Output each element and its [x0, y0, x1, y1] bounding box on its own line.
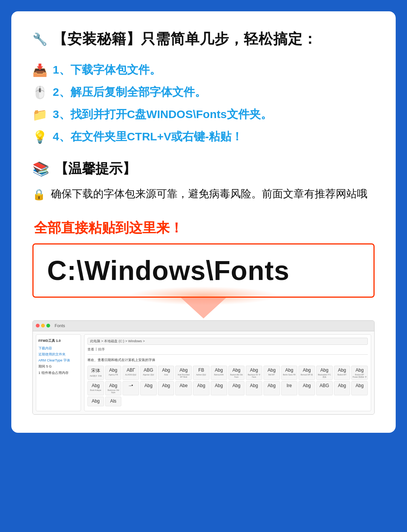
font-cell-2[interactable]: ΑΒΓALASKA 您好	[122, 366, 139, 380]
paste-section: 全部直接粘贴到这里来！ C:\Windows\Fonts	[32, 219, 375, 298]
nav-path: 此电脑 > 本地磁盘 (C:) > Windows >	[90, 339, 145, 344]
font-cell-8[interactable]: AbgBaskerville Old Face	[228, 366, 245, 380]
lock-icon: 🔒	[32, 186, 46, 204]
tips-body: 🔒 确保下载的字体包来源可靠，避免病毒风险。前面文章有推荐网站哦	[32, 185, 375, 204]
main-card: 🔧 【安装秘籍】只需简单几步，轻松搞定： 📥 1、下载字体包文件。 🖱️ 2、解…	[11, 11, 396, 433]
screenshot-nav: 此电脑 > 本地磁盘 (C:) > Windows >	[87, 338, 368, 345]
font-cell-32[interactable]: Abg	[87, 397, 104, 406]
font-cell-15[interactable]: AbgBodoni MT Poster 黑楷体 字	[351, 366, 368, 380]
path-box-wrapper: C:\Windows\Fonts	[32, 243, 375, 298]
sidebar-line2[interactable]: 下载内容	[38, 345, 78, 351]
screenshot-titlebar: Fonts	[33, 321, 374, 331]
tips-header: 📚 【温馨提示】	[32, 160, 375, 178]
font-cell-1[interactable]: AbgAgency FB	[105, 366, 122, 380]
tips-text: 确保下载的字体包来源可靠，避免病毒风险。前面文章有推荐网站哦	[51, 185, 367, 203]
wrench-icon: 🔧	[32, 32, 47, 46]
font-cell-7[interactable]: AbgBahnschrift	[211, 366, 227, 380]
step-1: 📥 1、下载字体包文件。	[32, 62, 375, 78]
toolbar-sort[interactable]: 排序	[98, 347, 105, 352]
tips-section: 📚 【温馨提示】 🔒 确保下载的字体包来源可靠，避免病毒风险。前面文章有推荐网站…	[32, 160, 375, 204]
font-cell-3[interactable]: ABGAlgerian 您好	[140, 366, 157, 380]
step-4: 💡 4、在文件夹里CTRL+V或右键-粘贴！	[32, 129, 375, 145]
screenshot-title: Fonts	[55, 323, 65, 328]
toolbar-sep: |	[96, 347, 96, 352]
step3-text: 3、找到并打开C盘WINDOS\Fonts文件夹。	[53, 107, 272, 122]
font-cell-26[interactable]: Abg	[263, 381, 280, 395]
font-cell-31[interactable]: Abg	[351, 381, 368, 395]
screenshot-toolbar: 查看 | 排序	[87, 347, 368, 355]
font-cell-24[interactable]: Abg	[228, 381, 245, 395]
font-cell-21[interactable]: Abe	[175, 381, 192, 395]
step4-icon: 💡	[32, 130, 47, 144]
font-cell-28[interactable]: Abg	[298, 381, 315, 395]
step1-text: 1、下载字体包文件。	[53, 62, 161, 78]
screenshot-body: FFWD工具 1.0 下载内容 近期使用的文件夹 ARM ClearType 字…	[33, 331, 374, 414]
steps-list: 📥 1、下载字体包文件。 🖱️ 2、解压后复制全部字体文件。 📁 3、找到并打开…	[32, 62, 375, 145]
font-cell-27[interactable]: Ire	[281, 381, 298, 395]
font-cell-23[interactable]: Abg	[211, 381, 227, 395]
step2-text: 2、解压后复制全部字体文件。	[53, 85, 206, 100]
page-title: 【安装秘籍】只需简单几步，轻松搞定：	[53, 29, 317, 49]
path-text: C:\Windows\Fonts	[47, 255, 289, 286]
fonts-grid: 宋体AaG图片 宋体AbgAgency FBΑΒΓALASKA 您好ABGAlg…	[87, 366, 368, 406]
font-cell-9[interactable]: AbgBauhaus 93 字 Face	[246, 366, 262, 380]
font-cell-14[interactable]: AbgBodoni MT	[334, 366, 350, 380]
font-cell-19[interactable]: Abg	[140, 381, 157, 395]
font-cell-0[interactable]: 宋体AaG图片 宋体	[87, 366, 104, 380]
sidebar-line1: FFWD工具 1.0	[38, 338, 78, 344]
sidebar-line5: 期间 5 G	[38, 363, 78, 369]
font-cell-29[interactable]: ABG	[316, 381, 333, 395]
screenshot-sidebar: FFWD工具 1.0 下载内容 近期使用的文件夹 ARM ClearType 字…	[36, 334, 81, 411]
screenshot-info: 将欢、查看日期和格式在计算机上安装的字体	[87, 358, 368, 363]
toolbar-view[interactable]: 查看	[87, 347, 94, 352]
step3-icon: 📁	[32, 108, 47, 122]
sidebar-line4[interactable]: ARM ClearType 字体	[38, 357, 78, 363]
font-cell-13[interactable]: AbgBlackadder ITC 黑体	[316, 366, 333, 380]
win-min-btn[interactable]	[41, 324, 45, 328]
arrow-area	[32, 298, 375, 320]
font-cell-16[interactable]: AbgBook Antique	[87, 381, 104, 395]
arrow-down-icon	[181, 298, 226, 318]
path-box: C:\Windows\Fonts	[32, 243, 375, 298]
font-cell-30[interactable]: Abg	[334, 381, 350, 395]
step-3: 📁 3、找到并打开C盘WINDOS\Fonts文件夹。	[32, 107, 375, 122]
title-row: 🔧 【安装秘籍】只需简单几步，轻松搞定：	[32, 29, 375, 49]
step4-text: 4、在文件夹里CTRL+V或右键-粘贴！	[53, 129, 243, 145]
font-cell-4[interactable]: AbgArial	[158, 366, 174, 380]
sidebar-line3[interactable]: 近期使用的文件夹	[38, 351, 78, 357]
font-cell-12[interactable]: AbgBernard MT 黑	[298, 366, 315, 380]
font-cell-6[interactable]: FBAshton 您好	[193, 366, 210, 380]
font-cell-18[interactable]: ·-•	[122, 381, 139, 395]
font-cell-25[interactable]: Abg	[246, 381, 262, 395]
font-cell-5[interactable]: AbgArial Rounded MT Bold	[175, 366, 192, 380]
font-cell-17[interactable]: AbgBookman Old Style	[105, 381, 122, 395]
font-cell-33[interactable]: Als	[105, 397, 122, 406]
font-cell-10[interactable]: AbgBell MT	[263, 366, 280, 380]
font-cell-20[interactable]: Abg	[158, 381, 174, 395]
screenshot-main: 此电脑 > 本地磁盘 (C:) > Windows > 查看 | 排序 将欢、查…	[84, 334, 371, 411]
font-cell-22[interactable]: Abg	[193, 381, 210, 395]
win-max-btn[interactable]	[46, 324, 50, 328]
sidebar-line6: 1 组件将会占用内存	[38, 370, 78, 376]
tips-title: 【温馨提示】	[55, 160, 136, 178]
win-close-btn[interactable]	[36, 324, 40, 328]
font-cell-11[interactable]: AbgBerlin Sans FB	[281, 366, 298, 380]
tips-books-icon: 📚	[32, 161, 49, 177]
step1-icon: 📥	[32, 63, 47, 77]
step2-icon: 🖱️	[32, 85, 47, 100]
screenshot-frame: Fonts FFWD工具 1.0 下载内容 近期使用的文件夹 ARM Clear…	[32, 320, 375, 415]
paste-label: 全部直接粘贴到这里来！	[32, 219, 375, 237]
step-2: 🖱️ 2、解压后复制全部字体文件。	[32, 85, 375, 100]
